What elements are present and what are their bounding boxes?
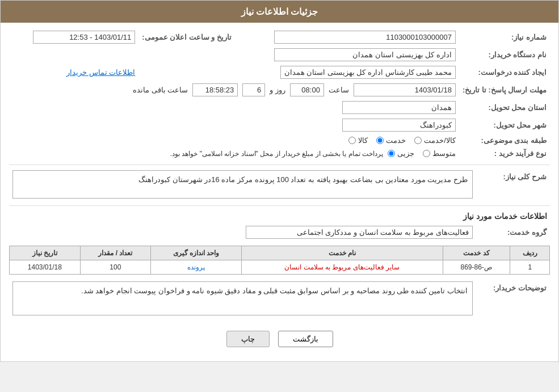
- deadline-remaining-value: 18:58:23: [192, 83, 238, 96]
- date-label: تاریخ و ساعت اعلان عمومی:: [138, 28, 235, 46]
- general-desc-label: شرح کلی نیاز:: [476, 168, 550, 201]
- category-radio-group: کالا/خدمت خدمت کالا: [12, 136, 456, 145]
- city-label: شهر محل تحویل:: [459, 116, 550, 134]
- process-label-motavasset: متوسط: [432, 149, 456, 158]
- process-radio-group: متوسط جزیی: [388, 149, 456, 158]
- print-button[interactable]: چاپ: [226, 331, 270, 347]
- creator-label: ایجاد کننده درخواست:: [459, 64, 550, 81]
- category-option-kala-khedmat[interactable]: کالا/خدمت: [414, 136, 456, 145]
- deadline-time-label: ساعت: [329, 86, 349, 94]
- buyer-org-value: اداره کل بهزیستی استان همدان: [274, 48, 456, 61]
- back-button[interactable]: بازگشت: [278, 331, 333, 347]
- col-header-date: تاریخ نیاز: [10, 246, 81, 260]
- category-label-khedmat: خدمت: [386, 136, 406, 145]
- cell-code: ص-86-869: [443, 260, 510, 275]
- category-option-kala[interactable]: کالا: [348, 136, 368, 145]
- category-option-khedmat[interactable]: خدمت: [376, 136, 406, 145]
- col-header-code: کد خدمت: [443, 246, 510, 260]
- col-header-unit: واحد اندازه گیری: [151, 246, 242, 260]
- category-label-kala-khedmat: کالا/خدمت: [424, 136, 456, 145]
- process-radio-motavasset[interactable]: [423, 150, 430, 157]
- page-title: جزئیات اطلاعات نیاز: [241, 7, 318, 16]
- buyer-notes-value: انتخاب تامین کننده طی روند مصاحبه و بر ا…: [12, 281, 473, 315]
- cell-qty: 100: [80, 260, 151, 275]
- date-value: 1403/01/11 - 12:53: [33, 31, 135, 44]
- cell-service: سایر فعالیت‌های مربوط به سلامت انسان: [241, 260, 443, 275]
- category-label-kala: کالا: [358, 136, 368, 145]
- col-header-service: نام خدمت: [241, 246, 443, 260]
- buyer-notes-label: توضیحات خریدار:: [476, 279, 550, 318]
- deadline-remaining-label: ساعت باقی مانده: [133, 86, 188, 94]
- process-label: نوع فرآیند خرید :: [459, 147, 550, 160]
- category-radio-kala-khedmat[interactable]: [414, 137, 422, 144]
- col-header-qty: تعداد / مقدار: [80, 246, 151, 260]
- page-header: جزئیات اطلاعات نیاز: [1, 1, 558, 23]
- province-label: استان محل تحویل:: [459, 99, 550, 116]
- deadline-time-value: 08:00: [290, 83, 324, 96]
- col-header-row: ردیف: [510, 246, 550, 260]
- process-option-motavasset[interactable]: متوسط: [423, 149, 456, 158]
- button-row: بازگشت چاپ: [9, 322, 550, 356]
- service-group-label: گروه خدمت:: [476, 224, 550, 241]
- category-label: طبقه بندی موضوعی:: [459, 134, 550, 147]
- services-section-title: اطلاعات خدمات مورد نیاز: [9, 212, 550, 221]
- contact-link[interactable]: اطلاعات تماس خریدار: [66, 68, 135, 77]
- deadline-date-value: 1403/01/18: [354, 83, 456, 96]
- buyer-org-label: نام دستگاه خریدار:: [459, 46, 550, 64]
- province-value: همدان: [342, 101, 456, 114]
- general-desc-value: طرح مدیریت مورد معتادین بی بضاعت بهبود ی…: [12, 170, 473, 199]
- cell-unit: پرونده: [151, 260, 242, 275]
- service-group-value: فعالیت‌های مربوط به سلامت انسان و مددکار…: [246, 226, 473, 239]
- need-number-label: شماره نیاز:: [459, 28, 550, 46]
- deadline-label: مهلت ارسال پاسخ: تا تاریخ:: [459, 81, 550, 99]
- process-note: پرداخت تمام یا بخشی از مبلغ خریدار از مح…: [170, 150, 383, 158]
- deadline-days-value: 6: [242, 83, 265, 96]
- category-radio-khedmat[interactable]: [376, 137, 384, 144]
- services-table: ردیف کد خدمت نام خدمت واحد اندازه گیری ت…: [9, 246, 550, 275]
- process-label-jozei: جزیی: [397, 149, 414, 158]
- process-radio-jozei[interactable]: [388, 150, 395, 157]
- cell-row: 1: [510, 260, 550, 275]
- process-option-jozei[interactable]: جزیی: [388, 149, 414, 158]
- cell-date: 1403/01/18: [10, 260, 81, 275]
- creator-value: محمد طیبی کارشناس اداره کل بهزیستی استان…: [280, 66, 456, 79]
- deadline-days-label: روز و: [270, 86, 285, 94]
- city-value: کبودراهنگ: [342, 119, 456, 132]
- need-number-value: 1103000103000007: [274, 31, 456, 44]
- category-radio-kala[interactable]: [348, 137, 356, 144]
- table-row: 1 ص-86-869 سایر فعالیت‌های مربوط به سلام…: [10, 260, 550, 275]
